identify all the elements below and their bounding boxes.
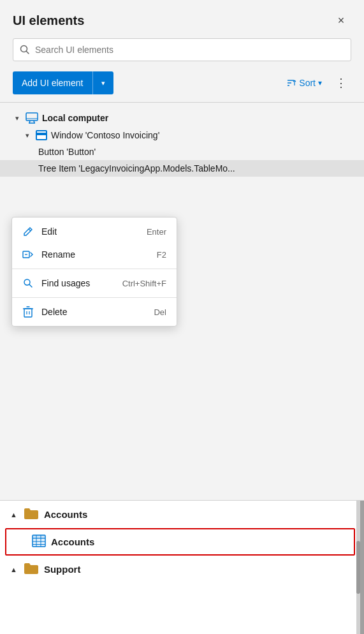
panel-title: UI elements [13, 13, 84, 28]
search-input[interactable] [35, 45, 344, 55]
chevron-down-icon: ▾ [23, 131, 32, 140]
delete-item-left: Delete [22, 306, 67, 318]
more-options-button[interactable]: ⋮ [331, 73, 351, 93]
accounts-child-label: Accounts [51, 536, 94, 547]
support-label: Support [44, 564, 81, 575]
context-menu: Edit Enter Rename F2 Fi [11, 217, 177, 327]
rename-item-left: Rename [22, 249, 75, 260]
context-menu-delete[interactable]: Delete Del [12, 300, 177, 323]
context-menu-edit[interactable]: Edit Enter [12, 220, 177, 243]
tree-item-window[interactable]: ▾ Window 'Contoso Invoicing' [0, 127, 364, 144]
pencil-icon [22, 226, 34, 237]
folder-support-icon [24, 562, 39, 577]
bottom-tree-support[interactable]: ▲ Support [0, 556, 360, 583]
close-button[interactable]: × [331, 10, 351, 31]
bottom-section: ▲ Accounts Accounts [0, 500, 364, 634]
context-menu-find[interactable]: Find usages Ctrl+Shift+F [12, 272, 177, 295]
svg-rect-16 [24, 309, 32, 317]
search-box [13, 38, 351, 61]
find-shortcut: Ctrl+Shift+F [122, 279, 166, 288]
svg-rect-6 [26, 113, 38, 121]
sort-button[interactable]: Sort ▾ [281, 75, 326, 91]
support-chevron: ▲ [10, 566, 17, 573]
folder-accounts-icon [24, 507, 39, 522]
edit-item-left: Edit [22, 226, 57, 237]
tree-panel: ▾ Local computer ▾ Window 'Contoso Invoi… [0, 103, 364, 183]
accounts-parent-label: Accounts [44, 509, 87, 520]
search-icon [22, 277, 34, 289]
find-item-left: Find usages [22, 277, 90, 289]
rename-icon [22, 249, 34, 260]
context-divider-2 [12, 297, 177, 298]
tree-item-button[interactable]: Button 'Button' [0, 144, 364, 160]
scrollbar[interactable] [356, 501, 360, 634]
context-divider [12, 269, 177, 269]
sort-icon [285, 77, 296, 89]
sort-dropdown-arrow: ▾ [318, 78, 322, 87]
add-ui-element-button[interactable]: Add UI element ▾ [13, 71, 113, 94]
button-item-label: Button 'Button' [38, 147, 96, 157]
computer-icon [25, 112, 38, 124]
sort-label: Sort [299, 78, 316, 88]
trash-icon [22, 306, 34, 318]
delete-label: Delete [41, 307, 67, 317]
tree-item-local[interactable]: ▾ Local computer [0, 109, 364, 127]
window-icon [36, 130, 47, 140]
panel-header: UI elements × [0, 0, 364, 31]
accounts-chevron: ▲ [10, 511, 17, 519]
add-button-dropdown-arrow[interactable]: ▾ [93, 71, 113, 94]
table-icon [32, 534, 46, 549]
chevron-down-icon: ▾ [13, 114, 22, 122]
search-icon [20, 45, 30, 55]
edit-shortcut: Enter [147, 227, 166, 237]
find-usages-label: Find usages [41, 278, 90, 288]
add-button-label: Add UI element [13, 71, 92, 94]
svg-line-11 [29, 229, 31, 231]
bottom-tree-accounts-child[interactable]: Accounts [5, 528, 355, 556]
bottom-tree-panel: ▲ Accounts Accounts [0, 501, 364, 634]
delete-shortcut: Del [154, 307, 166, 317]
context-menu-rename[interactable]: Rename F2 [12, 243, 177, 266]
tree-item-treeitem[interactable]: Tree Item 'LegacyInvoicingApp.Models.Tab… [0, 160, 364, 177]
search-container [0, 31, 364, 69]
toolbar: Add UI element ▾ Sort ▾ ⋮ [0, 69, 364, 102]
tree-item-label: Tree Item 'LegacyInvoicingApp.Models.Tab… [38, 163, 235, 173]
toolbar-right: Sort ▾ ⋮ [281, 73, 351, 93]
scrollbar-thumb [356, 541, 360, 594]
edit-label: Edit [41, 226, 57, 237]
svg-line-15 [29, 284, 32, 287]
bottom-tree-accounts-parent[interactable]: ▲ Accounts [0, 501, 360, 528]
rename-label: Rename [41, 249, 75, 260]
rename-shortcut: F2 [157, 250, 166, 260]
window-label: Window 'Contoso Invoicing' [51, 130, 159, 140]
svg-rect-27 [33, 535, 45, 538]
svg-line-1 [27, 52, 29, 54]
local-computer-label: Local computer [42, 113, 108, 123]
